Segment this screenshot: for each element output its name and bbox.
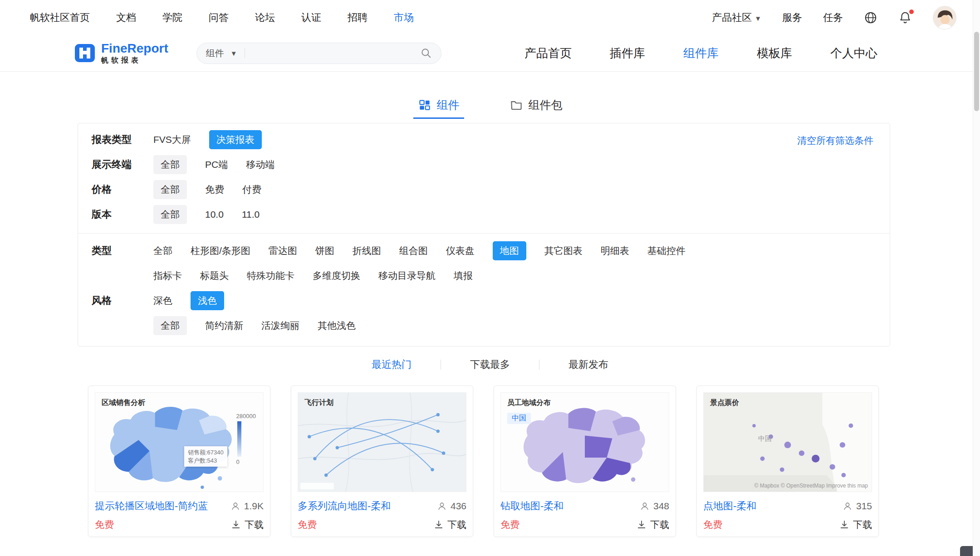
sub-header: FineReport 帆软报表 组件 ▼ 产品首页插件库组件库模板库个人中心 [0, 35, 980, 71]
filter-option-type-4[interactable]: 折线图 [353, 241, 381, 260]
component-card[interactable]: 景点票价 中国 © [696, 385, 879, 537]
legend-max: 280000 [236, 413, 256, 419]
topnav-item-0[interactable]: 帆软社区首页 [30, 11, 90, 24]
topnav-item-5[interactable]: 认证 [301, 11, 321, 24]
clear-filters-link[interactable]: 清空所有筛选条件 [797, 134, 873, 147]
card-title[interactable]: 提示轮播区域地图-简约蓝 [95, 499, 208, 513]
filter-option-type-10[interactable]: 基础控件 [647, 241, 686, 260]
topnav-item-7[interactable]: 市场 [394, 11, 414, 24]
filter-option-type-0[interactable]: 指标卡 [153, 266, 182, 285]
search-category-dropdown[interactable]: 组件 ▼ [206, 47, 237, 59]
component-tabs: 组件 组件包 [0, 94, 980, 115]
card-thumbnail: 飞行计划 [298, 392, 466, 492]
filter-option-type-4[interactable]: 移动目录导航 [378, 266, 436, 285]
filter-option-type-5[interactable]: 组合图 [399, 241, 428, 260]
top-nav-links: 帆软社区首页文档学院问答论坛认证招聘市场 [30, 11, 414, 24]
filter-option-type-2[interactable]: 特殊功能卡 [247, 266, 294, 285]
card-title[interactable]: 点地图-柔和 [703, 499, 756, 513]
sort-option-2[interactable]: 最新发布 [510, 358, 608, 371]
user-count-value: 436 [451, 501, 466, 512]
filter-option-report-type-0[interactable]: FVS大屏 [153, 130, 191, 149]
mainnav-item-0[interactable]: 产品首页 [524, 45, 572, 61]
thumb-country-label: 中国 [758, 434, 772, 443]
filter-option-price-1[interactable]: 免费 [205, 180, 224, 199]
filter-option-type-8[interactable]: 其它图表 [544, 241, 583, 260]
search-input[interactable] [252, 48, 416, 59]
download-button[interactable]: 下载 [839, 518, 872, 531]
map-attribution[interactable]: © Mapbox © OpenStreetMap Improve this ma… [755, 483, 868, 489]
topnav-item-tasks[interactable]: 任务 [823, 11, 843, 24]
filter-option-style-1[interactable]: 简约清新 [205, 316, 243, 335]
mainnav-item-4[interactable]: 个人中心 [830, 45, 877, 61]
user-avatar[interactable] [933, 6, 956, 29]
card-title[interactable]: 钻取地图-柔和 [500, 499, 564, 513]
filter-option-type-6[interactable]: 仪表盘 [446, 241, 475, 260]
filter-option-price-2[interactable]: 付费 [242, 180, 261, 199]
filter-option-version-0[interactable]: 全部 [153, 205, 187, 224]
filter-option-type-1[interactable]: 柱形图/条形图 [191, 241, 250, 260]
topnav-item-1[interactable]: 文档 [116, 11, 136, 24]
filter-option-type-3[interactable]: 饼图 [315, 241, 334, 260]
filter-option-terminal-0[interactable]: 全部 [153, 155, 187, 174]
scrollbar-thumb[interactable] [974, 32, 979, 111]
tooltip-line: 客户数:543 [188, 457, 224, 465]
topnav-item-4[interactable]: 论坛 [255, 11, 275, 24]
download-button[interactable]: 下载 [231, 518, 264, 531]
search-icon[interactable] [420, 47, 432, 59]
filter-option-style-2[interactable]: 活泼绚丽 [261, 316, 299, 335]
thumb-chart-title: 景点票价 [710, 398, 739, 408]
thumb-region-tag[interactable]: 中国 [507, 413, 531, 424]
person-icon [230, 501, 240, 511]
mainnav-item-2[interactable]: 组件库 [683, 45, 719, 61]
download-button[interactable]: 下载 [434, 518, 466, 531]
filter-option-style-1[interactable]: 浅色 [191, 291, 224, 310]
card-user-count: 348 [640, 501, 669, 512]
topnav-item-6[interactable]: 招聘 [348, 11, 368, 24]
mainnav-item-1[interactable]: 插件库 [610, 45, 645, 61]
component-card[interactable]: 区域销售分析 280000 0 销售额:67340 [88, 385, 270, 537]
notification-bell-icon[interactable] [898, 11, 912, 24]
filter-option-type-2[interactable]: 雷达图 [269, 241, 297, 260]
topnav-item-2[interactable]: 学院 [162, 11, 182, 24]
filter-option-type-9[interactable]: 明细表 [601, 241, 629, 260]
topnav-item-3[interactable]: 问答 [209, 11, 229, 24]
card-user-count: 1.9K [230, 501, 264, 512]
sort-option-0[interactable]: 最近热门 [372, 358, 412, 371]
filter-option-version-2[interactable]: 11.0 [242, 206, 260, 223]
page-scrollbar[interactable] [973, 0, 980, 556]
download-button[interactable]: 下载 [637, 518, 669, 531]
filter-option-style-3[interactable]: 其他浅色 [318, 316, 356, 335]
topnav-item-service[interactable]: 服务 [782, 11, 802, 24]
folder-icon [510, 98, 523, 112]
top-nav-right: 产品社区▼ 服务 任务 [712, 6, 956, 29]
filter-option-version-1[interactable]: 10.0 [205, 206, 224, 223]
filter-option-type-7[interactable]: 地图 [493, 241, 526, 260]
filter-option-type-3[interactable]: 多维度切换 [313, 266, 360, 285]
mainnav-item-3[interactable]: 模板库 [757, 45, 792, 61]
person-icon [437, 501, 447, 511]
card-title[interactable]: 多系列流向地图-柔和 [298, 499, 391, 513]
filter-option-style-0[interactable]: 深色 [153, 291, 172, 310]
component-card[interactable]: 员工地域分布 中国 钻取地图-柔和 348 [494, 385, 676, 537]
filter-option-report-type-1[interactable]: 决策报表 [209, 130, 262, 149]
sort-option-1[interactable]: 下载最多 [412, 358, 510, 371]
filter-option-terminal-1[interactable]: PC端 [205, 155, 228, 174]
filter-option-terminal-2[interactable]: 移动端 [246, 155, 274, 174]
globe-icon[interactable] [864, 11, 877, 24]
filter-row-report-type: 报表类型 FVS大屏决策报表 [78, 127, 890, 152]
product-community-menu[interactable]: 产品社区▼ [712, 11, 761, 24]
filter-option-type-1[interactable]: 标题头 [200, 266, 229, 285]
finereport-logo[interactable]: FineReport 帆软报表 [74, 42, 168, 64]
card-user-count: 436 [437, 501, 466, 512]
filter-option-type-5[interactable]: 填报 [454, 266, 473, 285]
floating-widget[interactable] [960, 546, 973, 556]
component-card[interactable]: 飞行计划 [291, 385, 473, 537]
filter-option-price-0[interactable]: 全部 [153, 180, 187, 199]
filter-option-type-0[interactable]: 全部 [153, 241, 172, 260]
download-label: 下载 [447, 518, 466, 531]
filter-option-style-0[interactable]: 全部 [153, 316, 187, 335]
thumb-chart-title: 飞行计划 [304, 398, 333, 408]
tab-component-packages[interactable]: 组件包 [510, 98, 563, 112]
tab-components[interactable]: 组件 [418, 98, 460, 112]
components-grid-icon [418, 98, 431, 112]
